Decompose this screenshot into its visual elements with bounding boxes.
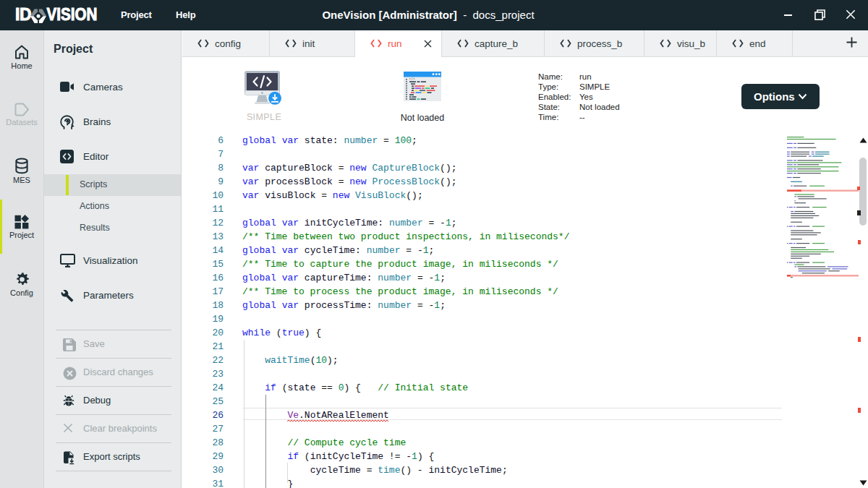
svg-text:</>: </>	[409, 77, 415, 81]
